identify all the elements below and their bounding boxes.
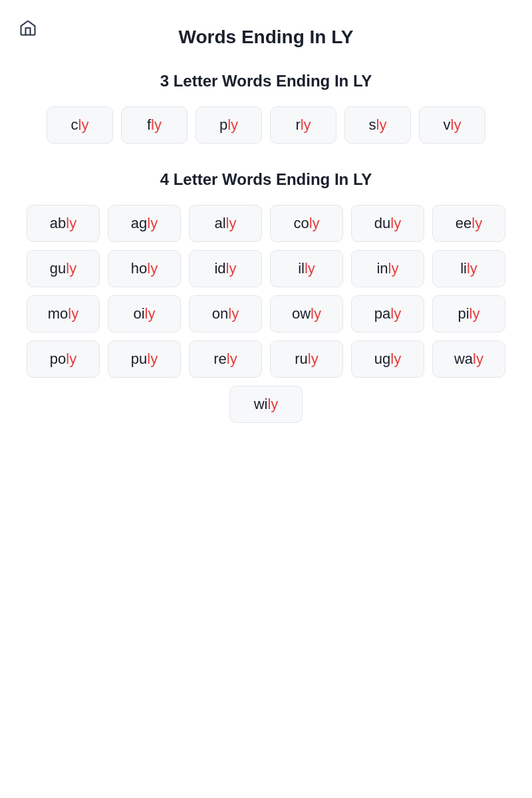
word-card[interactable]: paly [351,295,424,332]
word-card[interactable]: ably [27,205,100,242]
word-card[interactable]: moly [27,295,100,332]
word-card[interactable]: guly [27,250,100,287]
page-container: Words Ending In LY 3 Letter Words Ending… [0,0,532,798]
word-card[interactable]: coly [270,205,343,242]
word-card[interactable]: lily [432,250,505,287]
word-card[interactable]: agly [108,205,181,242]
word-card[interactable]: oily [108,295,181,332]
word-card[interactable]: illy [270,250,343,287]
word-card[interactable]: wily [229,386,303,423]
word-card[interactable]: puly [108,340,181,378]
page-title: Words Ending In LY [27,20,505,48]
word-card[interactable]: rly [270,106,336,144]
word-card[interactable]: only [189,295,262,332]
section-4-letter: 4 Letter Words Ending In LY ablyaglyally… [27,170,505,423]
word-card[interactable]: waly [432,340,505,378]
word-card[interactable]: duly [351,205,424,242]
section-3-letter: 3 Letter Words Ending In LY clyflyplyrly… [27,72,505,144]
word-card[interactable]: inly [351,250,424,287]
section-4-letter-heading: 4 Letter Words Ending In LY [27,170,505,189]
word-card[interactable]: ply [196,106,262,144]
word-card[interactable]: ruly [270,340,343,378]
word-grid-4letter: ablyaglyallycolydulyeelygulyholyidlyilly… [27,205,505,423]
word-card[interactable]: ally [189,205,262,242]
word-card[interactable]: cly [47,106,113,144]
word-card[interactable]: poly [27,340,100,378]
word-grid-3letter: clyflyplyrlyslyvly [27,106,505,144]
word-card[interactable]: pily [432,295,505,332]
word-card[interactable]: vly [419,106,485,144]
word-card[interactable]: rely [189,340,262,378]
word-card[interactable]: holy [108,250,181,287]
word-card[interactable]: owly [270,295,343,332]
home-icon[interactable] [19,19,37,40]
word-card[interactable]: idly [189,250,262,287]
section-3-letter-heading: 3 Letter Words Ending In LY [27,72,505,90]
word-card[interactable]: fly [121,106,188,144]
word-card[interactable]: eely [432,205,505,242]
word-card[interactable]: sly [344,106,411,144]
word-card[interactable]: ugly [351,340,424,378]
